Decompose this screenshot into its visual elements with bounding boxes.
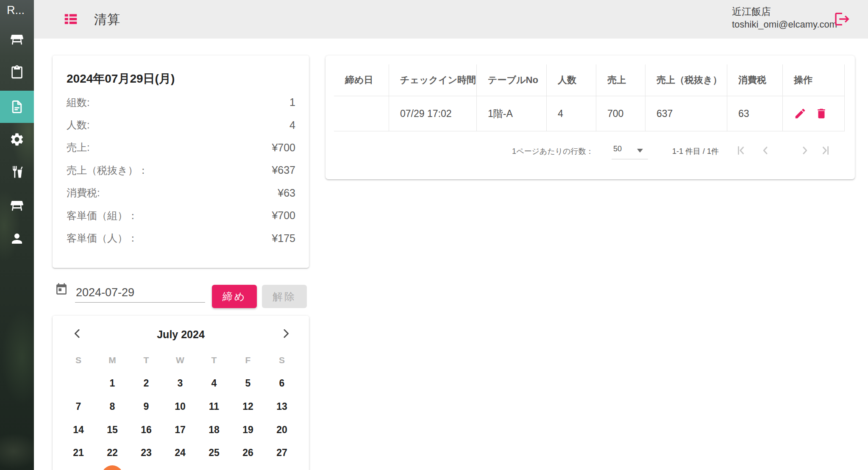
calendar-day xyxy=(265,464,299,470)
calendar-week: 28 29 30 31 xyxy=(61,464,299,470)
cell-tax: 63 xyxy=(727,96,783,131)
sidebar-item-account[interactable] xyxy=(0,222,34,255)
calendar-day[interactable]: 8 xyxy=(95,395,129,418)
calendar-day[interactable]: 10 xyxy=(163,395,197,418)
calendar-day[interactable]: 5 xyxy=(231,372,265,395)
sidebar: R... xyxy=(0,0,34,470)
topbar: 清算 近江飯店 toshiki_omi@elcamy.com xyxy=(34,0,868,39)
summary-value: ¥637 xyxy=(272,164,295,176)
calendar-day[interactable]: 1 xyxy=(95,372,129,395)
sidebar-item-tables[interactable] xyxy=(0,24,34,56)
sidebar-item-floor[interactable] xyxy=(0,190,34,222)
summary-label: 客単価（人）： xyxy=(67,231,138,245)
sidebar-item-menu[interactable] xyxy=(0,156,34,188)
summary-label: 売上: xyxy=(67,141,90,154)
cell-checkin: 07/29 17:02 xyxy=(389,96,477,131)
calendar-dayname: S xyxy=(61,349,95,372)
calendar-dayname: F xyxy=(231,349,265,372)
calendar-day[interactable]: 9 xyxy=(129,395,163,418)
calendar-day[interactable]: 15 xyxy=(95,418,129,442)
calendar-week: 7 8 9 10 11 12 13 xyxy=(61,395,299,418)
calendar-dayname: W xyxy=(163,349,197,372)
calendar-day[interactable]: 26 xyxy=(231,441,265,464)
calendar-week: 1 2 3 4 5 6 xyxy=(61,372,299,395)
calendar-day[interactable]: 20 xyxy=(265,418,299,442)
calendar-day[interactable]: 16 xyxy=(129,418,163,442)
cell-actions xyxy=(783,96,845,131)
calendar-day[interactable]: 22 xyxy=(95,441,129,464)
menu-list-icon[interactable] xyxy=(63,11,79,27)
first-page-icon[interactable] xyxy=(734,144,747,157)
next-page-icon[interactable] xyxy=(798,144,811,157)
calendar-day-selected[interactable]: 29 xyxy=(95,464,129,470)
calendar-day[interactable]: 31 xyxy=(163,464,197,470)
chevron-down-icon xyxy=(637,149,643,153)
calendar-day[interactable]: 30 xyxy=(129,464,163,470)
cell-sales: 700 xyxy=(596,96,645,131)
calendar-day[interactable]: 28 xyxy=(61,464,95,470)
app-name: R... xyxy=(7,3,25,17)
calendar-day[interactable]: 6 xyxy=(265,372,299,395)
user-block: 近江飯店 toshiki_omi@elcamy.com xyxy=(732,5,829,31)
user-email: toshiki_omi@elcamy.com xyxy=(732,18,829,31)
calendar-day[interactable]: 12 xyxy=(231,395,265,418)
summary-label: 消費税: xyxy=(67,186,100,200)
logout-icon[interactable] xyxy=(834,11,851,28)
summary-label: 人数: xyxy=(67,118,90,132)
table-row: 07/29 17:02 1階-A 4 700 637 63 xyxy=(334,96,845,131)
calendar-day[interactable]: 17 xyxy=(163,418,197,442)
calendar-day[interactable]: 24 xyxy=(163,441,197,464)
cell-people: 4 xyxy=(547,96,596,131)
calendar-day[interactable]: 3 xyxy=(163,372,197,395)
sidebar-item-settlement[interactable] xyxy=(0,91,34,123)
calendar-day[interactable]: 14 xyxy=(61,418,95,442)
table-header-row: 締め日 チェックイン時間 テーブルNo 人数 売上 売上（税抜き） 消費税 操作 xyxy=(334,64,845,96)
close-button[interactable]: 締め xyxy=(212,285,257,308)
calendar-day[interactable]: 19 xyxy=(231,418,265,442)
col-header-sales-ex-tax: 売上（税抜き） xyxy=(645,64,727,96)
release-button[interactable]: 解除 xyxy=(262,285,307,308)
calendar-week: 21 22 23 24 25 26 27 xyxy=(61,441,299,464)
summary-row: 組数:1 xyxy=(67,91,295,114)
calendar-day[interactable]: 23 xyxy=(129,441,163,464)
calendar-month-label: July 2024 xyxy=(53,328,309,341)
sidebar-item-settings[interactable] xyxy=(0,123,34,156)
summary-rows: 組数:1 人数:4 売上:¥700 売上（税抜き）：¥637 消費税:¥63 客… xyxy=(67,91,295,250)
rows-per-page-select[interactable]: 50 xyxy=(612,143,648,159)
calendar-day[interactable]: 18 xyxy=(197,418,231,442)
prev-page-icon[interactable] xyxy=(759,144,772,157)
cell-closing-date xyxy=(334,96,389,131)
delete-icon[interactable] xyxy=(815,107,828,120)
calendar-next-icon[interactable] xyxy=(279,327,292,340)
calendar-day[interactable]: 11 xyxy=(197,395,231,418)
calendar-icon[interactable] xyxy=(55,283,68,296)
calendar-day[interactable]: 7 xyxy=(61,395,95,418)
col-header-checkin: チェックイン時間 xyxy=(389,64,477,96)
summary-row: 売上（税抜き）：¥637 xyxy=(67,159,295,181)
calendar-dayname: S xyxy=(265,349,299,372)
clipboard-icon xyxy=(10,65,24,80)
col-header-people: 人数 xyxy=(547,64,596,96)
summary-row: 消費税:¥63 xyxy=(67,182,295,204)
calendar-day xyxy=(197,464,231,470)
col-header-table-no: テーブルNo xyxy=(477,64,547,96)
summary-label: 売上（税抜き）： xyxy=(67,164,148,177)
calendar-day[interactable]: 4 xyxy=(197,372,231,395)
summary-row: 人数:4 xyxy=(67,114,295,136)
calendar-day xyxy=(231,464,265,470)
daily-summary-card: 2024年07月29日(月) 組数:1 人数:4 売上:¥700 売上（税抜き）… xyxy=(53,56,309,268)
rows-per-page-label: 1ページあたりの行数： xyxy=(512,146,594,156)
calendar-day[interactable]: 25 xyxy=(197,441,231,464)
col-header-closing-date: 締め日 xyxy=(334,64,389,96)
calendar-day[interactable]: 21 xyxy=(61,441,95,464)
last-page-icon[interactable] xyxy=(819,144,832,157)
calendar-day[interactable]: 2 xyxy=(129,372,163,395)
edit-icon[interactable] xyxy=(794,107,807,120)
summary-label: 客単価（組）： xyxy=(67,209,138,222)
col-header-tax: 消費税 xyxy=(727,64,783,96)
closing-date-input[interactable] xyxy=(75,283,205,303)
page-title: 清算 xyxy=(94,11,120,28)
calendar-day[interactable]: 13 xyxy=(265,395,299,418)
sidebar-item-reservations[interactable] xyxy=(0,56,34,89)
calendar-day[interactable]: 27 xyxy=(265,441,299,464)
